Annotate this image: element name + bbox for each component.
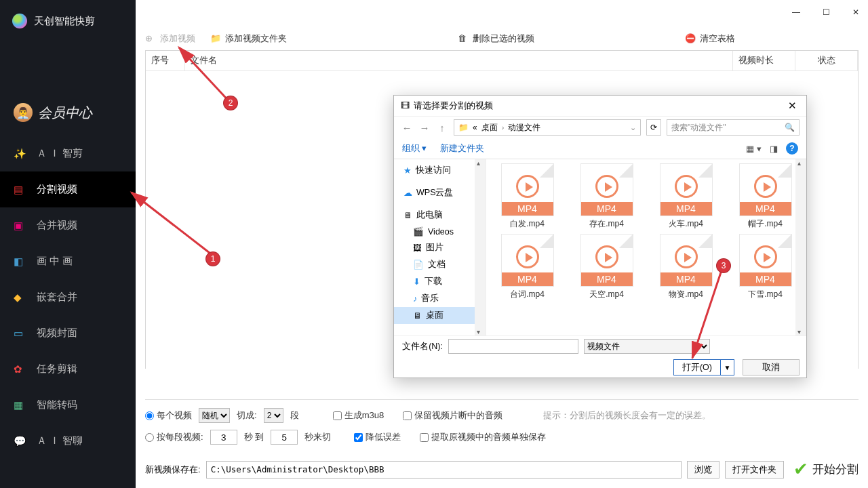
merge-icon: ▣ — [14, 220, 28, 232]
save-label: 新视频保存在: — [145, 464, 201, 476]
vip-center[interactable]: 会员中心 — [0, 94, 136, 131]
opt-each-video[interactable]: 每个视频 — [145, 409, 192, 422]
tree-wps[interactable]: ☁WPS云盘 — [394, 184, 486, 201]
wand-icon: ✨ — [14, 148, 28, 160]
tree-music[interactable]: ♪音乐 — [394, 290, 486, 307]
clear-icon: ⛔ — [685, 33, 696, 44]
chat-icon: 💬 — [14, 435, 28, 447]
annotation-badge-2: 2 — [224, 96, 237, 110]
filename-input[interactable] — [448, 339, 578, 354]
opt-m3u8[interactable]: 生成m3u8 — [333, 409, 384, 422]
nav-transcode[interactable]: ▦智能转码 — [0, 387, 136, 423]
file-item[interactable]: MP4下雪.mp4 — [727, 234, 804, 300]
nav-pip[interactable]: ◧画 中 画 — [0, 243, 136, 279]
cut-label: 切成: — [237, 409, 257, 422]
dialog-close-button[interactable]: ✕ — [785, 100, 800, 112]
nav-ai-cut[interactable]: ✨Ａ Ｉ 智剪 — [0, 136, 136, 171]
opt-reduce-error[interactable]: 降低误差 — [354, 431, 401, 443]
maximize-button[interactable]: ☐ — [819, 5, 833, 19]
file-item[interactable]: MP4天空.mp4 — [568, 234, 645, 300]
vip-label: 会员中心 — [38, 104, 92, 122]
view-mode-button[interactable]: ▦ ▾ — [746, 144, 762, 154]
forward-button[interactable]: → — [418, 122, 431, 134]
new-folder-button[interactable]: 新建文件夹 — [440, 143, 484, 155]
up-button[interactable]: ↑ — [436, 122, 448, 134]
tree-this-pc[interactable]: 🖥此电脑 — [394, 207, 486, 224]
nav-nest-merge[interactable]: ◆嵌套合并 — [0, 279, 136, 315]
clear-table-button[interactable]: ⛔清空表格 — [685, 33, 735, 45]
mp4-file-icon: MP4 — [660, 163, 713, 216]
minimize-button[interactable]: — — [789, 5, 803, 19]
mp4-file-icon: MP4 — [580, 163, 633, 216]
tree-pictures[interactable]: 🖼图片 — [394, 239, 486, 256]
seg-to-input[interactable] — [271, 430, 298, 445]
seg-from-input[interactable] — [210, 430, 237, 445]
cut-count-select[interactable]: 2 — [264, 408, 283, 423]
dialog-footer: 文件名(N): 视频文件 打开(O) ▼ 取消 — [394, 336, 806, 382]
open-folder-button[interactable]: 打开文件夹 — [725, 461, 784, 479]
close-button[interactable]: ✕ — [849, 5, 863, 19]
col-status: 状态 — [795, 51, 858, 70]
plus-circle-icon: ⊕ — [145, 33, 156, 44]
annotation-badge-3: 3 — [717, 259, 730, 272]
options-panel: 每个视频 随机 切成: 2 段 生成m3u8 保留视频片断中的音频 提示：分割后… — [145, 399, 859, 451]
file-item[interactable]: MP4存在.mp4 — [568, 163, 645, 230]
mp4-file-icon: MP4 — [501, 234, 554, 287]
random-select[interactable]: 随机 — [199, 408, 230, 423]
delete-selected-button[interactable]: 🗑删除已选的视频 — [458, 33, 534, 45]
cover-icon: ▭ — [14, 327, 28, 340]
annotation-badge-1: 1 — [206, 252, 220, 266]
tree-desktop[interactable]: 🖥桌面 — [394, 307, 486, 324]
organize-button[interactable]: 组织 ▾ — [402, 143, 427, 155]
cancel-button[interactable]: 取消 — [743, 359, 800, 375]
nav: ✨Ａ Ｉ 智剪 ▤分割视频 ▣合并视频 ◧画 中 画 ◆嵌套合并 ▭视频封面 ✿… — [0, 136, 136, 459]
browse-button[interactable]: 浏览 — [687, 461, 719, 479]
tree-quick-access[interactable]: ★快速访问 — [394, 162, 486, 179]
address-bar[interactable]: 📁 « 桌面 › 动漫文件 ⌄ — [454, 119, 641, 136]
mp4-file-icon: MP4 — [739, 163, 792, 216]
mp4-file-icon: MP4 — [580, 234, 633, 287]
nav-ai-chat[interactable]: 💬Ａ Ｉ 智聊 — [0, 423, 136, 459]
help-icon[interactable]: ? — [786, 142, 798, 155]
nav-video-cover[interactable]: ▭视频封面 — [0, 315, 136, 351]
pip-icon: ◧ — [14, 256, 28, 268]
avatar-icon — [14, 103, 33, 122]
search-icon: 🔍 — [785, 123, 795, 132]
refresh-button[interactable]: ⟳ — [646, 119, 661, 136]
file-item[interactable]: MP4火车.mp4 — [648, 163, 724, 230]
preview-pane-button[interactable]: ◨ — [770, 144, 778, 154]
footer-bar: 新视频保存在: 浏览 打开文件夹 ✔开始分割 — [145, 459, 859, 480]
opt-extract-audio[interactable]: 提取原视频中的音频单独保存 — [420, 431, 546, 443]
nav-task-edit[interactable]: ✿任务剪辑 — [0, 351, 136, 387]
svg-line-2 — [692, 268, 722, 358]
nav-merge-video[interactable]: ▣合并视频 — [0, 207, 136, 243]
file-item[interactable]: MP4台词.mp4 — [489, 234, 566, 300]
file-item[interactable]: MP4白发.mp4 — [489, 163, 566, 230]
file-open-dialog: 🎞请选择要分割的视频 ✕ ← → ↑ 📁 « 桌面 › 动漫文件 ⌄ ⟳ 搜索"… — [393, 95, 807, 378]
search-input[interactable]: 搜索"动漫文件" 🔍 — [667, 119, 800, 136]
save-path-input[interactable] — [206, 461, 682, 479]
back-button[interactable]: ← — [401, 122, 413, 134]
svg-line-0 — [132, 192, 216, 258]
dialog-titlebar: 🎞请选择要分割的视频 ✕ — [394, 96, 806, 116]
app-title: 天创智能快剪 — [0, 0, 136, 42]
delete-icon: 🗑 — [458, 33, 469, 44]
tree-scrollbar[interactable] — [475, 159, 486, 336]
tree-downloads[interactable]: ⬇下载 — [394, 273, 486, 290]
mp4-file-icon: MP4 — [501, 163, 554, 216]
segment-label: 段 — [290, 409, 299, 422]
chevron-down-icon[interactable]: ⌄ — [630, 123, 636, 132]
col-filename: 文件名 — [185, 51, 733, 70]
transcode-icon: ▦ — [14, 399, 28, 411]
folder-tree: ★快速访问 ☁WPS云盘 🖥此电脑 🎬Videos 🖼图片 📄文档 ⬇下载 ♪音… — [394, 159, 486, 336]
tree-videos[interactable]: 🎬Videos — [394, 224, 486, 239]
file-item[interactable]: MP4帽子.mp4 — [727, 163, 804, 230]
files-scrollbar[interactable] — [795, 159, 806, 336]
tree-docs[interactable]: 📄文档 — [394, 256, 486, 273]
folder-icon: 📁 — [458, 123, 469, 132]
nav-split-video[interactable]: ▤分割视频 — [0, 171, 136, 207]
opt-by-segment[interactable]: 按每段视频: — [145, 431, 203, 443]
col-duration: 视频时长 — [733, 51, 795, 70]
opt-keep-audio[interactable]: 保留视频片断中的音频 — [403, 409, 502, 422]
start-split-button[interactable]: ✔开始分割 — [793, 459, 859, 480]
